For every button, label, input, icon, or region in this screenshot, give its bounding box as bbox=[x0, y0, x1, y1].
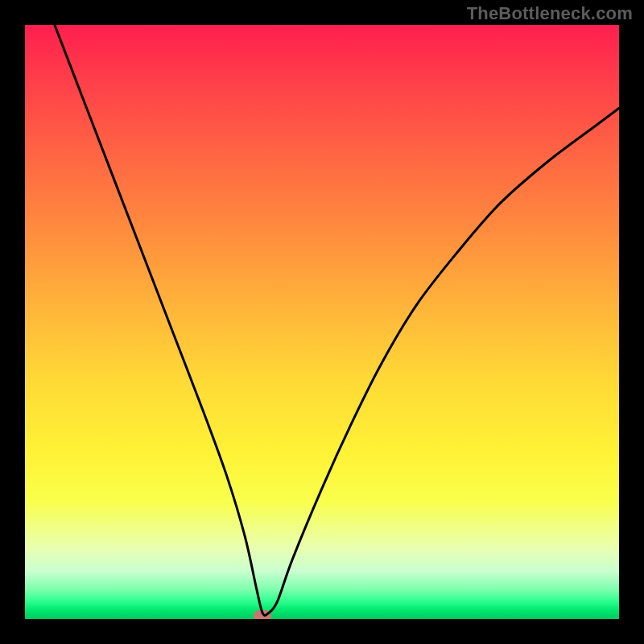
attribution-text: TheBottleneck.com bbox=[467, 3, 633, 24]
bottleneck-curve bbox=[25, 25, 619, 619]
plot-area bbox=[25, 25, 619, 619]
chart-frame: TheBottleneck.com bbox=[0, 0, 644, 644]
